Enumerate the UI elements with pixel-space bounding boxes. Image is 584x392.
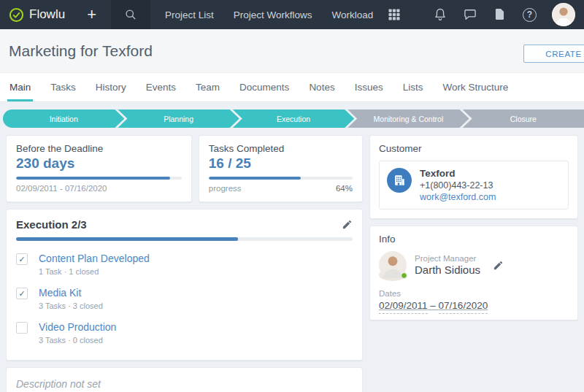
menu-workload[interactable]: Workload <box>332 9 374 20</box>
info-card: Info Project Manager Darth Sidious <box>369 226 578 320</box>
stage-progress-bar <box>16 237 353 241</box>
page-header: Marketing for Texford CREATE <box>0 29 584 73</box>
dates-range: 02/09/2011 – 07/16/2020 <box>379 300 569 311</box>
customer-name: Texford <box>420 168 496 179</box>
tab-notes[interactable]: Notes <box>309 73 334 101</box>
manager-role-label: Project Manager <box>415 254 480 263</box>
tab-issues[interactable]: Issues <box>355 73 383 101</box>
manager-name: Darth Sidious <box>415 264 480 276</box>
page-title: Marketing for Texford <box>9 42 153 60</box>
create-button[interactable]: CREATE <box>523 45 584 63</box>
checklist-link-media-kit[interactable]: Media Kit <box>39 287 103 299</box>
documents-file-icon[interactable] <box>493 7 507 22</box>
customer-phone: +1(800)443-22-13 <box>420 180 496 191</box>
workflow-pipeline: Initiation Planning Execution Monitoring… <box>3 109 584 128</box>
description-placeholder[interactable]: Description not set <box>16 378 353 390</box>
navbar-right: ? <box>387 3 584 26</box>
deadline-title: Before the Deadline <box>16 143 182 154</box>
top-navbar: Flowlu + Project List Project Workflows … <box>0 0 584 29</box>
checkbox-video-production[interactable] <box>16 322 28 334</box>
tasks-progress-row: progress 64% <box>209 184 353 193</box>
tasks-progress-bar <box>209 177 353 180</box>
list-item: ✓ Content Plan Developed 1 Task · 1 clos… <box>16 253 353 276</box>
manager-avatar[interactable] <box>379 251 407 279</box>
tab-events[interactable]: Events <box>146 73 176 101</box>
tab-history[interactable]: History <box>96 73 126 101</box>
deadline-value: 230 days <box>16 155 182 172</box>
dates-label: Dates <box>379 289 569 298</box>
messages-chat-icon[interactable] <box>463 7 477 22</box>
checklist-link-video-production[interactable]: Video Production <box>39 321 116 333</box>
stage-closure[interactable]: Closure <box>463 109 584 128</box>
info-card-title: Info <box>379 234 569 245</box>
tasks-value: 16 / 25 <box>209 155 353 172</box>
help-icon[interactable]: ? <box>523 8 537 22</box>
tasks-progress-percent: 64% <box>336 184 353 193</box>
customer-card: Customer Texford +1(800)443-22-13 work@t… <box>369 135 578 219</box>
tasks-completed-card: Tasks Completed 16 / 25 progress 64% <box>199 135 363 202</box>
edit-manager-pencil-icon[interactable] <box>493 260 504 271</box>
checkbox-media-kit[interactable]: ✓ <box>16 288 28 299</box>
checklist-sub-media-kit: 3 Tasks · 3 closed <box>39 301 103 310</box>
stage-execution[interactable]: Execution <box>233 109 354 128</box>
tasks-progress-label: progress <box>209 184 242 193</box>
description-card: Description not set Add Tag <box>6 367 363 392</box>
stage-planning[interactable]: Planning <box>118 109 239 128</box>
customer-box[interactable]: Texford +1(800)443-22-13 work@texford.co… <box>379 161 569 210</box>
customer-card-title: Customer <box>379 143 569 154</box>
date-end-field[interactable]: 07/16/2020 <box>439 300 488 314</box>
apps-grid-icon[interactable] <box>387 7 402 22</box>
tab-tasks[interactable]: Tasks <box>50 73 76 101</box>
checkbox-content-plan[interactable]: ✓ <box>16 253 28 265</box>
search-button[interactable] <box>111 0 150 29</box>
add-button[interactable]: + <box>72 5 111 24</box>
online-status-dot <box>401 272 407 279</box>
project-tabs: Main Tasks History Events Team Documents… <box>0 73 584 102</box>
deadline-range: 02/09/2011 - 07/16/2020 <box>16 184 182 193</box>
date-separator: – <box>428 300 439 311</box>
search-icon <box>123 7 138 22</box>
stage-checklist-card: Execution 2/3 ✓ Content Plan Developed 1… <box>6 209 363 361</box>
menu-project-workflows[interactable]: Project Workflows <box>234 9 312 20</box>
deadline-progress-bar <box>16 177 182 180</box>
tab-documents[interactable]: Documents <box>239 73 289 101</box>
tasks-title: Tasks Completed <box>209 143 353 154</box>
tab-lists[interactable]: Lists <box>403 73 423 101</box>
content-area: Initiation Planning Execution Monitoring… <box>0 102 584 392</box>
list-item: ✓ Media Kit 3 Tasks · 3 closed <box>16 287 353 310</box>
user-avatar[interactable] <box>552 3 575 26</box>
stage-card-title: Execution 2/3 <box>16 218 87 231</box>
stage-monitoring-control[interactable]: Monitoring & Control <box>347 109 469 128</box>
brand-name: Flowlu <box>29 7 65 22</box>
list-item: Video Production 3 Tasks · 0 closed <box>16 321 353 345</box>
project-manager-row: Project Manager Darth Sidious <box>379 251 569 279</box>
flowlu-logo-icon <box>9 7 24 23</box>
deadline-card: Before the Deadline 230 days 02/09/2011 … <box>6 135 192 202</box>
notifications-bell-icon[interactable] <box>433 7 447 22</box>
tab-team[interactable]: Team <box>196 73 220 101</box>
date-start-field[interactable]: 02/09/2011 <box>379 300 428 314</box>
checklist-sub-video-production: 3 Tasks · 0 closed <box>39 336 116 345</box>
flowlu-logo[interactable]: Flowlu <box>0 7 72 23</box>
main-menu: Project List Project Workflows Workload <box>165 9 373 20</box>
menu-project-list[interactable]: Project List <box>165 9 214 20</box>
checklist-link-content-plan[interactable]: Content Plan Developed <box>39 253 150 264</box>
tab-main[interactable]: Main <box>9 73 31 101</box>
company-building-icon <box>387 168 412 193</box>
tab-work-structure[interactable]: Work Structure <box>442 73 508 101</box>
customer-email-link[interactable]: work@texford.com <box>420 192 496 202</box>
edit-stage-pencil-icon[interactable] <box>342 219 353 230</box>
stage-initiation[interactable]: Initiation <box>3 109 124 128</box>
checklist-sub-content-plan: 1 Task · 1 closed <box>39 267 150 276</box>
